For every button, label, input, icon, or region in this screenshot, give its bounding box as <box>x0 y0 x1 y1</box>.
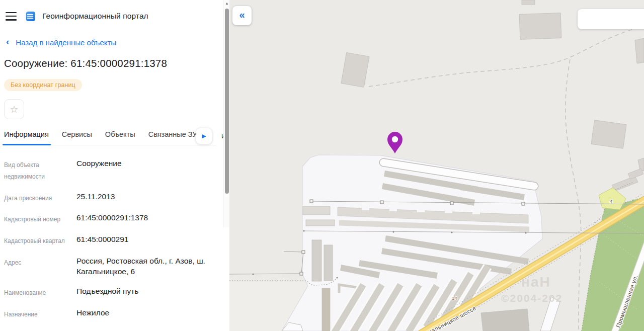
info-row: Основные характеристики <box>4 328 216 331</box>
info-value: Россия, Ростовская обл., г. Азов, ш. Каг… <box>76 256 216 277</box>
info-row: Вид объекта недвижимости Сооружение <box>4 158 216 183</box>
scroll-up-arrow-icon[interactable]: ▲ <box>224 2 230 5</box>
tab-3[interactable]: Связанные ЗУ <box>148 127 197 145</box>
info-row: Наименование Подъездной путь <box>4 286 216 299</box>
page-title: Сооружение: 61:45:0000291:1378 <box>4 57 216 69</box>
favorite-star-button[interactable]: ☆ <box>4 99 24 119</box>
tab-2[interactable]: Объекты <box>105 127 135 145</box>
map-watermark-line2: ©2004-202 <box>501 292 562 304</box>
info-label: Дата присвоения <box>4 191 76 204</box>
app-title: Геоинформационный портал <box>42 12 148 21</box>
info-value: 61:45:0000291:1378 <box>76 212 216 225</box>
info-value <box>76 328 216 331</box>
info-label: Вид объекта недвижимости <box>4 158 76 183</box>
scrollbar-thumb[interactable] <box>225 9 229 194</box>
info-value: Нежилое <box>76 307 216 320</box>
house-number-4: 4 <box>610 198 612 204</box>
tab-information[interactable]: Информация <box>4 127 49 145</box>
back-chevron-icon: ‹ <box>6 36 9 47</box>
geoportal-logo-icon <box>24 11 36 22</box>
info-label: Основные характеристики <box>4 328 76 331</box>
sidebar-scrollbar[interactable]: ▲ <box>223 0 229 227</box>
back-link-label: Назад в найденные объекты <box>16 38 116 47</box>
object-info-list: Вид объекта недвижимости Сооружение Дата… <box>4 158 216 331</box>
info-row: Дата присвоения 25.11.2013 <box>4 191 216 204</box>
hamburger-menu-icon[interactable] <box>6 12 17 21</box>
app-header: Геоинформационный портал <box>4 9 216 23</box>
info-label: Кадастровый номер <box>4 212 76 225</box>
house-number-14: 14 <box>452 295 457 301</box>
info-value: Подъездной путь <box>76 286 216 299</box>
info-value: 61:45:0000291 <box>76 234 216 247</box>
sidebar-panel: Геоинформационный портал ‹ Назад в найде… <box>0 0 229 331</box>
info-label: Наименование <box>4 286 76 299</box>
info-label: Назначение <box>4 307 76 320</box>
play-right-icon: ▶ <box>202 133 206 139</box>
tab-bar: ИнформацияСервисыОбъектыСвязанные ЗУи ▶ <box>4 127 216 145</box>
info-label: Кадастровый квартал <box>4 234 76 247</box>
star-icon: ☆ <box>10 104 18 115</box>
map-graphics: наН ©2004-202 Кагальницкое шоссе Промышл… <box>229 0 644 331</box>
map-canvas[interactable]: наН ©2004-202 Кагальницкое шоссе Промышл… <box>229 0 644 331</box>
info-label: Адрес <box>4 256 76 277</box>
no-coordinates-badge: Без координат границ <box>4 79 82 91</box>
map-search-box[interactable] <box>578 9 644 29</box>
double-chevron-left-icon: « <box>239 9 245 21</box>
tabs-scroll-right-button[interactable]: ▶ <box>196 128 212 144</box>
info-row: Назначение Нежилое <box>4 307 216 320</box>
info-value: Сооружение <box>76 158 216 183</box>
info-row: Кадастровый номер 61:45:0000291:1378 <box>4 212 216 225</box>
collapse-sidebar-button[interactable]: « <box>232 6 252 25</box>
map-watermark-line1: наН <box>521 274 551 290</box>
info-value: 25.11.2013 <box>76 191 216 204</box>
info-row: Адрес Россия, Ростовская обл., г. Азов, … <box>4 256 216 277</box>
info-row: Кадастровый квартал 61:45:0000291 <box>4 234 216 247</box>
tab-1[interactable]: Сервисы <box>62 127 92 145</box>
back-link[interactable]: ‹ Назад в найденные объекты <box>6 37 216 47</box>
